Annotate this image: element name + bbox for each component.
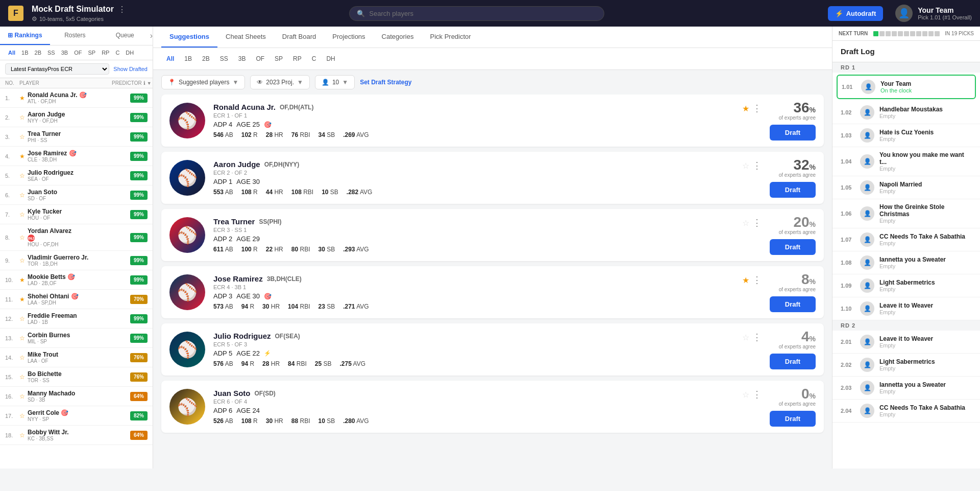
favorite-icon[interactable]: ★ [742,275,749,285]
projections-btn[interactable]: 👁 2023 Proj. ▼ [250,75,310,89]
star-icon[interactable]: ☆ [19,373,28,381]
cpos-of[interactable]: OF [251,53,270,64]
draft-button[interactable]: Draft [770,125,816,141]
tab-rosters[interactable]: Rosters [50,27,100,45]
draft-button[interactable]: Draft [770,239,816,255]
list-item[interactable]: 1. ★ Ronald Acuna Jr. 🎯 ATL · OF,DH 99% [0,88,153,108]
draft-pick[interactable]: 1.10 👤 Leave it to Weaver Empty [832,297,980,320]
star-icon[interactable]: ☆ [19,172,28,179]
pos-rp[interactable]: RP [99,49,112,57]
star-icon[interactable]: ☆ [19,354,28,361]
tab-queue[interactable]: Queue [100,27,150,45]
draft-pick[interactable]: 1.04 👤 You know you make me want t... Em… [832,147,980,176]
more-options-icon[interactable]: ⋮ [752,332,762,343]
star-icon[interactable]: ★ [19,153,28,160]
draft-pick[interactable]: 1.07 👤 CC Needs To Take A Sabathia Empty [832,228,980,251]
draft-pick[interactable]: 1.09 👤 Light Sabermetrics Empty [832,274,980,297]
set-draft-strategy-link[interactable]: Set Draft Strategy [360,79,411,86]
list-item[interactable]: 3. ☆ Trea Turner PHI · SS 99% [0,127,153,147]
star-icon[interactable]: ☆ [19,335,28,342]
star-icon[interactable]: ☆ [19,211,28,218]
cpos-1b[interactable]: 1B [179,53,197,64]
search-input[interactable] [369,10,597,17]
list-item[interactable]: 9. ☆ Vladimir Guerrero Jr. TOR · 1B,DH 9… [0,251,153,270]
search-box[interactable]: 🔍 [349,6,604,21]
list-item[interactable]: 6. ☆ Juan Soto SD · OF 99% [0,185,153,205]
list-item[interactable]: 2. ☆ Aaron Judge NYY · OF,DH 99% [0,108,153,127]
cpos-ss[interactable]: SS [215,53,233,64]
cpos-sp[interactable]: SP [270,53,288,64]
tab-cheatsheets[interactable]: Cheat Sheets [217,27,274,48]
tab-rankings[interactable]: ⊞ Rankings [0,27,50,45]
pos-all[interactable]: All [5,49,18,57]
favorite-icon[interactable]: ★ [742,104,749,113]
pos-c[interactable]: C [112,49,122,57]
cpos-rp[interactable]: RP [288,53,307,64]
tab-projections[interactable]: Projections [324,27,373,48]
list-item[interactable]: 7. ☆ Kyle Tucker HOU · OF 99% [0,205,153,224]
ecr-filter[interactable]: Latest FantasyPros ECR [5,63,109,75]
cpos-all[interactable]: All [161,53,179,64]
list-item[interactable]: 12. ☆ Freddie Freeman LAD · 1B 99% [0,309,153,329]
draft-button[interactable]: Draft [770,411,816,427]
pos-2b[interactable]: 2B [32,49,44,57]
draft-button[interactable]: Draft [770,182,816,198]
cpos-dh[interactable]: DH [321,53,340,64]
list-item[interactable]: 8. ☆ Yordan Alvarez INJ HOU · OF,DH 99% [0,224,153,251]
draft-pick[interactable]: 1.02 👤 Handlebar Moustakas Empty [832,101,980,124]
show-drafted-link[interactable]: Show Drafted [113,66,148,72]
draft-pick[interactable]: 2.03 👤 Iannetta you a Sweater Empty [832,377,980,400]
more-options-icon[interactable]: ⋮ [752,217,762,228]
star-icon[interactable]: ☆ [19,234,28,241]
draft-pick[interactable]: 2.04 👤 CC Needs To Take A Sabathia Empty [832,400,980,423]
list-item[interactable]: 15. ☆ Bo Bichette TOR · SS 76% [0,367,153,387]
pos-dh[interactable]: DH [122,49,137,57]
favorite-icon[interactable]: ☆ [742,161,749,171]
draft-pick[interactable]: 1.05 👤 Napoli Married Empty [832,176,980,199]
list-item[interactable]: 13. ☆ Corbin Burnes MIL · SP 99% [0,329,153,348]
star-icon[interactable]: ☆ [19,315,28,322]
favorite-icon[interactable]: ☆ [742,390,749,400]
star-icon[interactable]: ☆ [19,393,28,400]
star-icon[interactable]: ★ [19,296,28,303]
star-icon[interactable]: ☆ [19,114,28,121]
list-item[interactable]: 17. ☆ Gerrit Cole 🎯 NYY · SP 82% [0,406,153,426]
pos-3b[interactable]: 3B [58,49,71,57]
list-item[interactable]: 4. ★ Jose Ramirez 🎯 CLE · 3B,DH 99% [0,147,153,166]
favorite-icon[interactable]: ☆ [742,218,749,228]
list-item[interactable]: 11. ★ Shohei Ohtani 🎯 LAA · SP,DH 70% [0,290,153,309]
star-icon[interactable]: ☆ [19,412,28,419]
draft-pick[interactable]: 1.03 👤 Hate is Cuz Yoenis Empty [832,124,980,147]
star-icon[interactable]: ☆ [19,257,28,264]
suggested-players-btn[interactable]: 📍 Suggested players ▼ [161,75,245,89]
tab-suggestions[interactable]: Suggestions [161,27,217,48]
pos-ss[interactable]: SS [44,49,58,57]
tab-pickpredictor[interactable]: Pick Predictor [422,27,479,48]
collapse-button[interactable]: › [150,27,153,45]
more-options-icon[interactable]: ⋮ [752,274,762,286]
more-options-icon[interactable]: ⋮ [752,389,762,400]
cpos-3b[interactable]: 3B [233,53,251,64]
autodraft-button[interactable]: ⚡ Autodraft [828,6,884,21]
pos-of[interactable]: OF [71,49,85,57]
star-icon[interactable]: ★ [19,276,28,284]
list-item[interactable]: 18. ☆ Bobby Witt Jr. KC · 3B,SS 64% [0,426,153,445]
star-icon[interactable]: ☆ [19,192,28,199]
draft-pick[interactable]: 2.02 👤 Light Sabermetrics Empty [832,354,980,377]
list-item[interactable]: 5. ☆ Julio Rodriguez SEA · OF 99% [0,166,153,185]
cpos-c[interactable]: C [307,53,322,64]
teams-btn[interactable]: 👤 10 ▼ [315,75,355,89]
draft-pick[interactable]: 1.08 👤 Iannetta you a Sweater Empty [832,251,980,274]
star-icon[interactable]: ★ [19,95,28,102]
star-icon[interactable]: ☆ [19,432,28,439]
more-options-icon[interactable]: ⋮ [752,160,762,171]
draft-pick[interactable]: 1.06 👤 How the Greinke Stole Christmas E… [832,199,980,228]
favorite-icon[interactable]: ☆ [742,333,749,342]
list-item[interactable]: 16. ☆ Manny Machado SD · 3B 64% [0,387,153,406]
pos-1b[interactable]: 1B [18,49,31,57]
star-icon[interactable]: ☆ [19,133,28,141]
list-item[interactable]: 10. ★ Mookie Betts 🎯 LAD · 2B,OF 99% [0,270,153,290]
tab-draftboard[interactable]: Draft Board [274,27,324,48]
draft-button[interactable]: Draft [770,296,816,312]
cpos-2b[interactable]: 2B [197,53,215,64]
